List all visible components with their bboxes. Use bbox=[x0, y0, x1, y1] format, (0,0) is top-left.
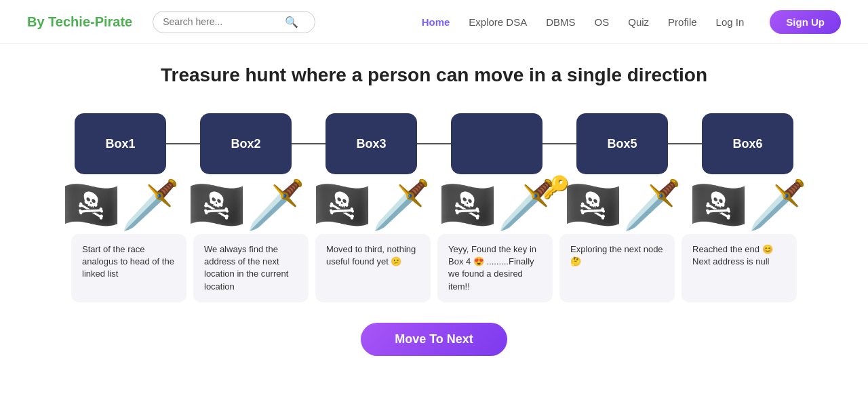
key-icon: 🔑 bbox=[542, 174, 570, 200]
logo: By Techie-Pirate bbox=[27, 14, 132, 30]
desc-text-5: Exploring the next node 🤔 bbox=[570, 244, 663, 266]
desc-card-2: We always find the address of the next l… bbox=[193, 234, 309, 302]
nav-item-os[interactable]: OS bbox=[595, 16, 610, 28]
main-content: Treasure hunt where a person can move in… bbox=[0, 44, 868, 370]
desc-card-5: Exploring the next node 🤔 bbox=[559, 234, 675, 302]
box-3: Box3 bbox=[326, 113, 417, 174]
desc-card-6: Reached the end 😊 Next address is null bbox=[682, 234, 797, 302]
pirate-4: 🏴‍☠️🗡️ 🔑 bbox=[434, 181, 559, 229]
pirate-emoji-2: 🏴‍☠️🗡️ bbox=[187, 181, 305, 229]
nav: Home Explore DSA DBMS OS Quiz Profile Lo… bbox=[422, 10, 841, 34]
nav-item-quiz[interactable]: Quiz bbox=[628, 16, 649, 28]
pirate-6: 🏴‍☠️🗡️ bbox=[685, 181, 810, 229]
desc-text-4: Yeyy, Found the key in Box 4 😍 .........… bbox=[448, 244, 536, 292]
pirate-emoji-3: 🏴‍☠️🗡️ bbox=[313, 181, 431, 229]
page-title: Treasure hunt where a person can move in… bbox=[161, 64, 707, 86]
cards-row: Start of the race analogus to head of th… bbox=[54, 234, 814, 302]
header: By Techie-Pirate 🔍 Home Explore DSA DBMS… bbox=[0, 0, 868, 44]
search-bar[interactable]: 🔍 bbox=[153, 11, 315, 33]
nav-item-profile[interactable]: Profile bbox=[668, 16, 697, 28]
move-to-next-button[interactable]: Move To Next bbox=[361, 323, 507, 356]
connector-5 bbox=[668, 143, 702, 144]
pirate-1: 🏴‍☠️🗡️ bbox=[58, 181, 183, 229]
nav-item-login[interactable]: Log In bbox=[716, 16, 745, 28]
connector-2 bbox=[292, 143, 326, 144]
desc-card-3: Moved to third, nothing useful found yet… bbox=[315, 234, 431, 302]
search-icon: 🔍 bbox=[285, 16, 298, 28]
pirate-emoji-6: 🏴‍☠️🗡️ bbox=[689, 181, 807, 229]
pirate-5: 🏴‍☠️🗡️ bbox=[559, 181, 685, 229]
desc-text-3: Moved to third, nothing useful found yet… bbox=[326, 244, 416, 266]
nav-item-home[interactable]: Home bbox=[422, 16, 450, 28]
pirate-emoji-5: 🏴‍☠️🗡️ bbox=[564, 181, 682, 229]
pirate-3: 🏴‍☠️🗡️ bbox=[309, 181, 434, 229]
pirates-row: 🏴‍☠️🗡️ 🏴‍☠️🗡️ 🏴‍☠️🗡️ 🏴‍☠️🗡️ 🔑 🏴‍☠️🗡️ 🏴‍☠… bbox=[54, 181, 814, 229]
nav-item-explore-dsa[interactable]: Explore DSA bbox=[469, 16, 527, 28]
pirate-2: 🏴‍☠️🗡️ bbox=[183, 181, 309, 229]
search-input[interactable] bbox=[163, 16, 285, 27]
pirate-emoji-4: 🏴‍☠️🗡️ bbox=[438, 178, 556, 231]
nav-item-dbms[interactable]: DBMS bbox=[546, 16, 575, 28]
box-5: Box5 bbox=[576, 113, 668, 174]
signup-button[interactable]: Sign Up bbox=[770, 10, 841, 34]
desc-card-4: Yeyy, Found the key in Box 4 😍 .........… bbox=[437, 234, 553, 302]
connector-3 bbox=[417, 143, 451, 144]
desc-text-2: We always find the address of the next l… bbox=[204, 244, 288, 292]
box-4 bbox=[451, 113, 542, 174]
desc-text-6: Reached the end 😊 Next address is null bbox=[692, 244, 773, 266]
pirate-emoji-1: 🏴‍☠️🗡️ bbox=[62, 181, 180, 229]
desc-card-1: Start of the race analogus to head of th… bbox=[71, 234, 186, 302]
connector-1 bbox=[166, 143, 200, 144]
desc-text-1: Start of the race analogus to head of th… bbox=[82, 244, 174, 279]
pirate-with-key: 🏴‍☠️🗡️ 🔑 bbox=[438, 181, 556, 229]
box-1: Box1 bbox=[75, 113, 166, 174]
box-6: Box6 bbox=[702, 113, 793, 174]
connector-4 bbox=[542, 143, 576, 144]
search-button[interactable]: 🔍 bbox=[285, 16, 298, 28]
boxes-row: Box1 Box2 Box3 Box5 Box6 bbox=[54, 113, 814, 174]
box-2: Box2 bbox=[200, 113, 292, 174]
